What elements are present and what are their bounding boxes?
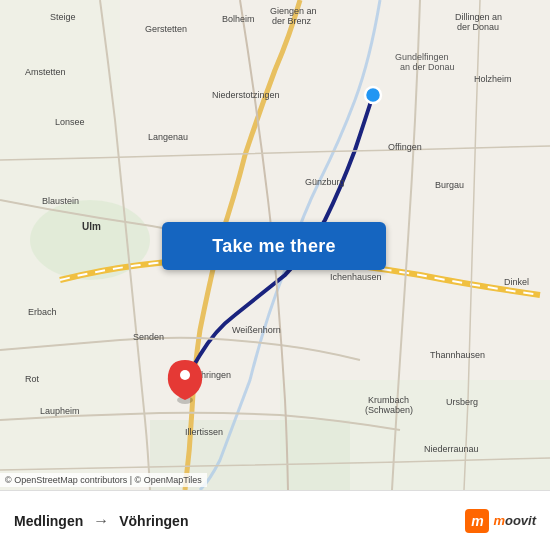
svg-text:Langenau: Langenau	[148, 132, 188, 142]
svg-text:Senden: Senden	[133, 332, 164, 342]
moovit-logo: m moovit	[465, 509, 536, 533]
svg-text:Laupheim: Laupheim	[40, 406, 80, 416]
svg-text:Erbach: Erbach	[28, 307, 57, 317]
arrow-icon: →	[93, 512, 109, 530]
svg-text:Dillingen an: Dillingen an	[455, 12, 502, 22]
route-from: Medlingen	[14, 513, 83, 529]
take-me-there-button[interactable]: Take me there	[162, 222, 386, 270]
svg-text:Gerstetten: Gerstetten	[145, 24, 187, 34]
svg-text:Amstetten: Amstetten	[25, 67, 66, 77]
svg-text:Niederstotzingen: Niederstotzingen	[212, 90, 280, 100]
moovit-m-icon: m	[471, 513, 483, 529]
svg-text:Burgau: Burgau	[435, 180, 464, 190]
svg-text:Niederraunau: Niederraunau	[424, 444, 479, 454]
route-to: Vöhringen	[119, 513, 188, 529]
svg-text:(Schwaben): (Schwaben)	[365, 405, 413, 415]
svg-text:Rot: Rot	[25, 374, 40, 384]
svg-text:der Donau: der Donau	[457, 22, 499, 32]
map-container: Steige Gerstetten Bolheim Giengen an der…	[0, 0, 550, 550]
svg-text:Ulm: Ulm	[82, 221, 101, 232]
map-attribution: © OpenStreetMap contributors | © OpenMap…	[0, 473, 207, 487]
svg-text:Gundelfingen: Gundelfingen	[395, 52, 449, 62]
svg-text:Thannhausen: Thannhausen	[430, 350, 485, 360]
svg-text:Illertissen: Illertissen	[185, 427, 223, 437]
svg-text:Blaustein: Blaustein	[42, 196, 79, 206]
svg-text:Steige: Steige	[50, 12, 76, 22]
svg-text:Offingen: Offingen	[388, 142, 422, 152]
svg-text:Günzburg: Günzburg	[305, 177, 345, 187]
svg-text:Ursberg: Ursberg	[446, 397, 478, 407]
svg-text:Ichenhausen: Ichenhausen	[330, 272, 382, 282]
svg-text:Weißenhorn: Weißenhorn	[232, 325, 281, 335]
bottom-bar: Medlingen → Vöhringen m moovit	[0, 490, 550, 550]
svg-text:an der Donau: an der Donau	[400, 62, 455, 72]
svg-point-40	[180, 370, 190, 380]
svg-text:Dinkel: Dinkel	[504, 277, 529, 287]
button-label: Take me there	[212, 236, 336, 257]
svg-text:Krumbach: Krumbach	[368, 395, 409, 405]
svg-text:Holzheim: Holzheim	[474, 74, 512, 84]
svg-text:Lonsee: Lonsee	[55, 117, 85, 127]
svg-text:Bolheim: Bolheim	[222, 14, 255, 24]
svg-text:der Brenz: der Brenz	[272, 16, 312, 26]
moovit-text: moovit	[493, 513, 536, 528]
svg-text:Giengen an: Giengen an	[270, 6, 317, 16]
svg-point-38	[365, 87, 381, 103]
